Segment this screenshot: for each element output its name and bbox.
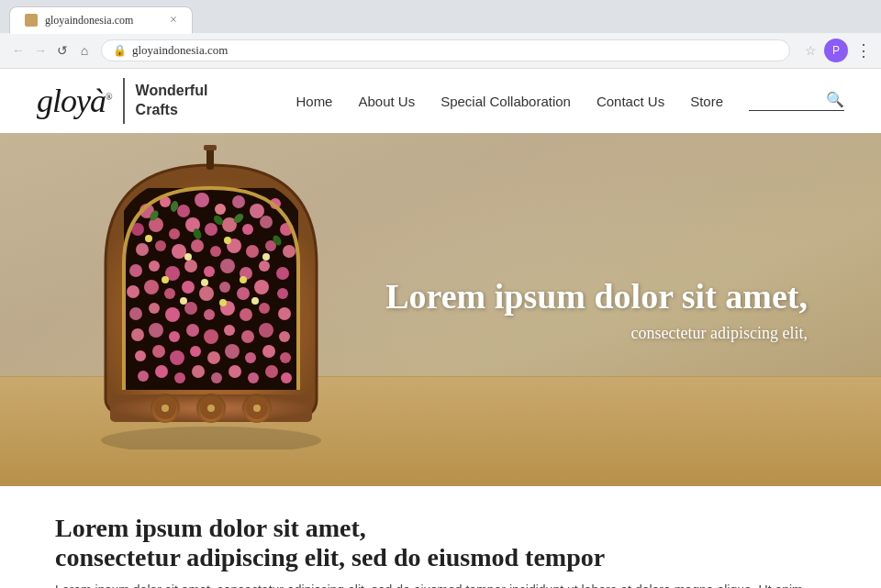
content-section: Lorem ipsum dolor sit amet, consectetur … bbox=[0, 486, 881, 588]
lock-icon: 🔒 bbox=[113, 44, 127, 58]
hero-text-block: Lorem ipsum dolor sit amet, consectetur … bbox=[385, 276, 808, 343]
url-text: gloyaindonesia.com bbox=[132, 43, 778, 58]
logo-divider bbox=[123, 78, 125, 124]
forward-button[interactable]: → bbox=[31, 41, 50, 60]
tab-favicon bbox=[25, 14, 38, 27]
tab-label: gloyaindonesia.com bbox=[45, 14, 133, 28]
nav-collab[interactable]: Special Collaboration bbox=[440, 94, 571, 109]
site-nav: Home About Us Special Collaboration Cont… bbox=[296, 91, 844, 111]
logo-text: gloyà® bbox=[37, 84, 112, 117]
back-button[interactable]: ← bbox=[9, 41, 28, 60]
search-input[interactable] bbox=[749, 93, 822, 107]
hero-headline: Lorem ipsum dolor sit amet, bbox=[385, 276, 808, 318]
hero-section: Lorem ipsum dolor sit amet, consectetur … bbox=[0, 133, 881, 486]
logo-area: gloyà® Wonderful Crafts bbox=[37, 78, 207, 124]
tab-close-button[interactable]: × bbox=[170, 13, 177, 28]
search-icon[interactable]: 🔍 bbox=[826, 91, 844, 108]
tab-bar: gloyaindonesia.com × bbox=[0, 0, 881, 33]
browser-chrome: gloyaindonesia.com × ← → ↺ ⌂ 🔒 gloyaindo… bbox=[0, 0, 881, 69]
nav-about[interactable]: About Us bbox=[358, 94, 415, 109]
more-button[interactable]: ⋮ bbox=[855, 40, 872, 61]
logo-tagline: Wonderful Crafts bbox=[136, 82, 208, 120]
site-header: gloyà® Wonderful Crafts Home About Us Sp… bbox=[0, 69, 881, 133]
home-button[interactable]: ⌂ bbox=[75, 41, 94, 60]
profile-initial: P bbox=[832, 44, 840, 57]
address-bar[interactable]: 🔒 gloyaindonesia.com bbox=[101, 39, 790, 61]
nav-buttons: ← → ↺ ⌂ bbox=[9, 41, 94, 60]
content-body: Lorem ipsum dolor sit amet, consectetur … bbox=[55, 580, 826, 588]
nav-contact[interactable]: Contact Us bbox=[597, 94, 664, 109]
hero-content: Lorem ipsum dolor sit amet, consectetur … bbox=[0, 133, 881, 486]
site-wrapper: gloyà® Wonderful Crafts Home About Us Sp… bbox=[0, 69, 881, 588]
search-bar: 🔍 bbox=[749, 91, 844, 111]
bookmark-button[interactable]: ☆ bbox=[805, 43, 817, 59]
content-headline: Lorem ipsum dolor sit amet, consectetur … bbox=[55, 514, 826, 572]
reload-button[interactable]: ↺ bbox=[53, 41, 72, 60]
hero-subline: consectetur adipiscing elit, bbox=[385, 324, 808, 343]
browser-toolbar: ← → ↺ ⌂ 🔒 gloyaindonesia.com ☆ P ⋮ bbox=[0, 33, 881, 68]
browser-tab[interactable]: gloyaindonesia.com × bbox=[9, 6, 193, 34]
nav-home[interactable]: Home bbox=[296, 94, 332, 109]
nav-store[interactable]: Store bbox=[690, 94, 723, 109]
profile-button[interactable]: P bbox=[824, 39, 848, 62]
